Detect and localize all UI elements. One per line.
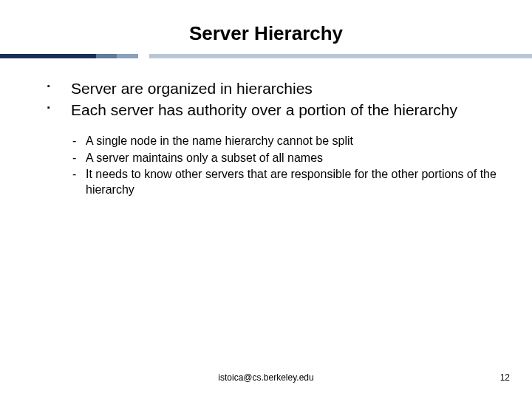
main-bullet-item: Server are organized in hierarchies <box>35 79 497 99</box>
sub-bullet-item: A server maintains only a subset of all … <box>71 151 497 166</box>
slide-title: Server Hierarchy <box>0 0 532 54</box>
sub-bullet-item: It needs to know other servers that are … <box>71 167 497 198</box>
footer-email: istoica@cs.berkeley.edu <box>218 372 313 383</box>
page-number: 12 <box>500 372 510 383</box>
sub-bullet-list: A single node in the name hierarchy cann… <box>71 134 497 198</box>
sub-bullet-item: A single node in the name hierarchy cann… <box>71 134 497 149</box>
main-bullet-item: Each server has authority over a portion… <box>35 100 497 120</box>
main-bullet-list: Server are organized in hierarchies Each… <box>35 79 497 120</box>
slide-content: Server are organized in hierarchies Each… <box>0 58 532 198</box>
